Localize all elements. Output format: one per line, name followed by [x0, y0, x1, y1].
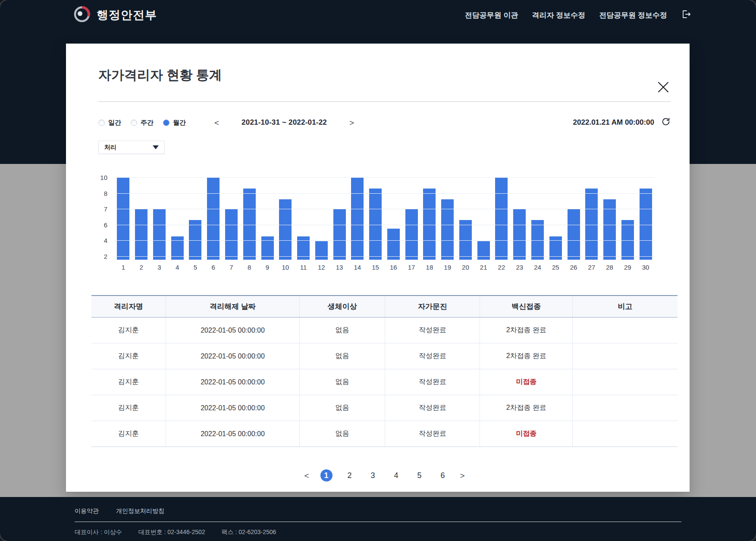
- cell-self-survey: 작성완료: [385, 369, 480, 395]
- cell-vaccine-status: 2차접종 완료: [480, 343, 573, 369]
- chart-bar-slot: [168, 177, 186, 260]
- chart-x-axis-labels: 1234567891011121314151617181920212223242…: [114, 264, 655, 271]
- refresh-button[interactable]: [661, 117, 671, 128]
- table-column-header: 자가문진: [385, 296, 480, 318]
- table-row: 김지훈2022-01-05 00:00:00없음작성완료미접종: [91, 369, 678, 395]
- chart-x-tick-label: 25: [546, 264, 565, 271]
- chart-bar: [568, 209, 580, 260]
- chart-bar-slot: [330, 177, 348, 260]
- cell-name: 김지훈: [91, 318, 166, 343]
- cell-note: [573, 421, 678, 447]
- chart-x-tick-label: 5: [186, 264, 204, 271]
- pagination-page-6[interactable]: 6: [437, 469, 449, 481]
- chart-bar-slot: [601, 177, 619, 260]
- chart-plot-area: 2467810: [114, 177, 655, 260]
- chart-bar: [207, 177, 220, 260]
- radio-label: 주간: [141, 119, 154, 127]
- footer-link[interactable]: 개인정보처리방침: [116, 507, 164, 515]
- cell-note: [573, 369, 678, 395]
- nav-item[interactable]: 전담공무원 이관: [465, 10, 518, 20]
- app-footer: 이용약관개인정보처리방침 대표이사 : 이상수대표번호 : 02-3446-25…: [0, 497, 756, 541]
- chart-bar-slot: [295, 177, 313, 260]
- radio-indicator-icon: [131, 120, 137, 126]
- cell-vaccine-status: 미접종: [480, 369, 573, 395]
- nav-item[interactable]: 격리자 정보수정: [532, 10, 586, 20]
- table-row: 김지훈2022-01-05 00:00:00없음작성완료2차접종 완료: [91, 395, 678, 421]
- pagination-page-4[interactable]: 4: [390, 469, 402, 481]
- cell-vaccine-status: 2차접종 완료: [480, 395, 573, 421]
- chart-bar-slot: [637, 177, 655, 260]
- bar-chart: 2467810 12345678910111213141516171819202…: [98, 177, 671, 271]
- chart-gridline: [114, 177, 655, 178]
- chart-y-tick-label: 10: [94, 174, 107, 181]
- chart-x-tick-label: 9: [258, 264, 276, 271]
- chart-bar: [189, 220, 201, 260]
- footer-links: 이용약관개인정보처리방침: [75, 507, 681, 515]
- chart-bar-slot: [114, 177, 132, 260]
- table-row: 김지훈2022-01-05 00:00:00없음작성완료2차접종 완료: [91, 318, 678, 343]
- pagination-prev-button[interactable]: <: [304, 472, 309, 480]
- chart-x-tick-label: 20: [457, 264, 475, 271]
- period-radio-option[interactable]: 주간: [131, 119, 154, 127]
- chart-gridline: [114, 225, 655, 225]
- chart-bar-slot: [546, 177, 565, 260]
- chart-gridline: [114, 193, 655, 194]
- chart-bar: [225, 209, 238, 260]
- date-range-nav: < 2021-10-31 ~ 2022-01-22 >: [213, 118, 356, 127]
- cell-self-survey: 작성완료: [385, 318, 480, 343]
- chart-bar-slot: [258, 177, 276, 260]
- logout-button[interactable]: [681, 9, 691, 21]
- pagination: <123456>: [98, 469, 671, 481]
- next-range-button[interactable]: >: [348, 119, 356, 127]
- chart-x-tick-label: 11: [295, 264, 313, 271]
- chart-bar-slot: [439, 177, 457, 260]
- nav-item[interactable]: 전담공무원 정보수정: [599, 10, 667, 20]
- footer-info-item: 팩스 : 02-6203-2506: [222, 528, 276, 536]
- chart-bar: [387, 229, 400, 260]
- period-radio-option[interactable]: 일간: [98, 119, 121, 127]
- filter-dropdown[interactable]: 처리: [98, 141, 165, 154]
- chart-bar-slot: [511, 177, 529, 260]
- brand[interactable]: 행정안전부: [73, 6, 157, 25]
- chart-x-tick-label: 2: [132, 264, 151, 271]
- chart-x-tick-label: 27: [583, 264, 601, 271]
- chart-y-tick-label: 2: [94, 253, 107, 260]
- period-radio-group: 일간주간월간: [98, 119, 186, 127]
- chart-y-tick-label: 6: [94, 221, 107, 229]
- date-range-label: 2021-10-31 ~ 2022-01-22: [242, 118, 327, 127]
- chart-y-tick-label: 7: [94, 205, 107, 213]
- cell-self-survey: 작성완료: [385, 421, 480, 447]
- pagination-next-button[interactable]: >: [460, 472, 465, 480]
- table-header-row: 격리자명격리해제 날짜생체이상자가문진백신접종비고: [91, 296, 678, 318]
- chart-x-tick-label: 10: [276, 264, 295, 271]
- chart-x-tick-label: 22: [492, 264, 511, 271]
- chart-gridline: [114, 209, 655, 209]
- pagination-page-3[interactable]: 3: [367, 469, 379, 481]
- chart-x-tick-label: 30: [637, 264, 655, 271]
- chart-bar-slot: [474, 177, 492, 260]
- pagination-page-1[interactable]: 1: [320, 469, 333, 481]
- chart-x-tick-label: 15: [367, 264, 385, 271]
- close-button[interactable]: [657, 81, 670, 94]
- prev-range-button[interactable]: <: [213, 119, 221, 127]
- statistics-modal: 자가격리자 현황 통계 일간주간월간 < 2021-10-31 ~ 2022-0…: [66, 44, 690, 492]
- last-updated-timestamp: 2022.01.21 AM 00:00:00: [573, 118, 654, 127]
- chart-gridline: [114, 256, 655, 257]
- footer-link[interactable]: 이용약관: [75, 507, 99, 515]
- cell-bio-anomaly: 없음: [299, 369, 385, 395]
- cell-self-survey: 작성완료: [385, 343, 480, 369]
- modal-content: 자가격리자 현황 통계 일간주간월간 < 2021-10-31 ~ 2022-0…: [66, 66, 690, 514]
- chart-bar: [351, 177, 364, 260]
- cell-self-survey: 작성완료: [385, 395, 480, 421]
- chart-bar-slot: [240, 177, 258, 260]
- radio-indicator-icon: [98, 120, 105, 126]
- app-header: 행정안전부 전담공무원 이관격리자 정보수정전담공무원 정보수정: [0, 0, 756, 30]
- pagination-page-2[interactable]: 2: [344, 469, 356, 481]
- table-column-header: 생체이상: [299, 296, 385, 318]
- chart-y-tick-label: 4: [94, 237, 107, 244]
- pagination-page-5[interactable]: 5: [414, 469, 426, 481]
- chart-bar: [117, 177, 129, 260]
- chart-x-tick-label: 6: [204, 264, 223, 271]
- period-radio-option[interactable]: 월간: [163, 119, 186, 127]
- footer-info-item: 대표이사 : 이상수: [75, 528, 122, 536]
